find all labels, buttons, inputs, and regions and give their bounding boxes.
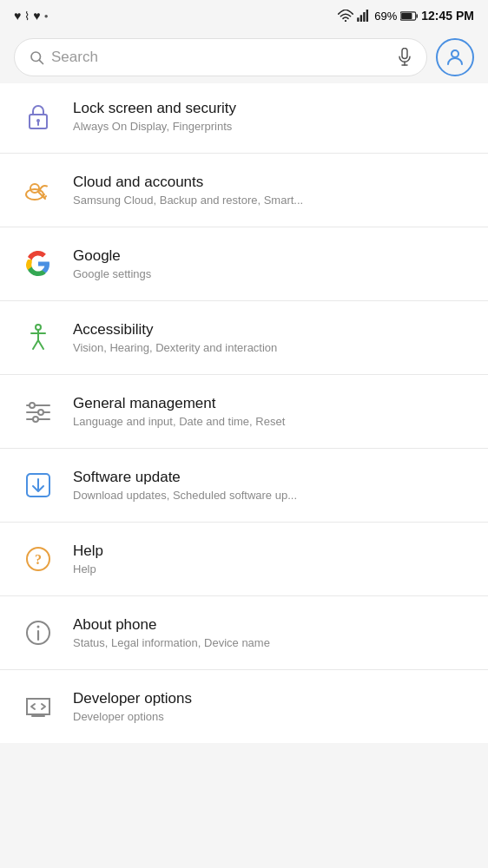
svg-rect-10	[402, 49, 407, 59]
status-right-icons: 69% 12:45 PM	[338, 9, 474, 23]
activity-icon: ⌇	[24, 10, 30, 23]
about-phone-title: About phone	[73, 616, 471, 634]
cloud-accounts-title: Cloud and accounts	[73, 174, 471, 191]
lock-screen-text: Lock screen and security Always On Displ…	[73, 100, 471, 133]
about-phone-subtitle: Status, Legal information, Device name	[73, 636, 471, 649]
svg-rect-1	[357, 17, 359, 22]
about-phone-icon	[17, 612, 59, 654]
general-management-icon	[17, 391, 59, 432]
developer-options-title: Developer options	[73, 690, 471, 707]
svg-line-25	[33, 340, 38, 349]
heart-icon: ♥	[14, 9, 21, 23]
svg-point-0	[345, 20, 346, 22]
svg-rect-2	[360, 15, 362, 22]
heart2-icon: ♥	[33, 9, 40, 23]
cloud-accounts-subtitle: Samsung Cloud, Backup and restore, Smart…	[73, 194, 471, 207]
mic-icon[interactable]	[397, 48, 412, 67]
settings-item-developer-options[interactable]: Developer options Developer options	[0, 670, 488, 743]
software-update-icon	[17, 464, 59, 506]
dot-icon: ●	[44, 12, 49, 20]
help-subtitle: Help	[73, 562, 471, 575]
about-phone-text: About phone Status, Legal information, D…	[73, 616, 471, 649]
general-management-text: General management Language and input, D…	[73, 395, 471, 428]
svg-point-32	[33, 417, 38, 422]
battery-percentage: 69%	[374, 10, 397, 23]
google-subtitle: Google settings	[73, 267, 471, 280]
accessibility-title: Accessibility	[73, 321, 471, 339]
settings-item-software-update[interactable]: Software update Download updates, Schedu…	[0, 449, 488, 523]
accessibility-subtitle: Vision, Hearing, Dexterity and interacti…	[73, 341, 471, 354]
developer-options-subtitle: Developer options	[73, 710, 471, 723]
svg-point-38	[37, 626, 40, 628]
settings-item-general-management[interactable]: General management Language and input, D…	[0, 375, 488, 449]
search-bar-area: Search	[0, 31, 488, 83]
help-title: Help	[73, 542, 471, 560]
svg-point-13	[452, 50, 458, 57]
battery-icon	[400, 10, 418, 22]
search-input-bar[interactable]: Search	[14, 38, 427, 76]
svg-point-30	[38, 410, 43, 415]
settings-item-google[interactable]: Google Google settings	[0, 227, 488, 301]
lock-screen-icon	[17, 95, 59, 137]
svg-rect-4	[366, 10, 368, 22]
svg-line-9	[39, 60, 43, 63]
svg-text:?: ?	[35, 552, 42, 567]
svg-rect-6	[401, 13, 412, 19]
search-placeholder: Search	[51, 49, 390, 66]
lock-screen-subtitle: Always On Display, Fingerprints	[73, 120, 471, 133]
signal-icon	[357, 10, 371, 22]
person-icon	[445, 47, 465, 68]
general-management-title: General management	[73, 395, 471, 412]
developer-options-icon	[17, 686, 59, 727]
google-icon	[17, 243, 59, 285]
software-update-title: Software update	[73, 469, 471, 486]
software-update-subtitle: Download updates, Scheduled software up.…	[73, 489, 471, 502]
settings-item-about-phone[interactable]: About phone Status, Legal information, D…	[0, 596, 488, 670]
settings-item-lock-screen[interactable]: Lock screen and security Always On Displ…	[0, 83, 488, 154]
svg-line-20	[43, 194, 44, 196]
svg-line-26	[38, 340, 43, 349]
lock-screen-title: Lock screen and security	[73, 100, 471, 117]
general-management-subtitle: Language and input, Date and time, Reset	[73, 415, 471, 428]
settings-item-help[interactable]: ? Help Help	[0, 523, 488, 596]
svg-rect-7	[417, 14, 419, 18]
accessibility-text: Accessibility Vision, Hearing, Dexterity…	[73, 321, 471, 354]
svg-line-21	[44, 196, 46, 198]
status-left-icons: ♥ ⌇ ♥ ●	[14, 9, 48, 23]
software-update-text: Software update Download updates, Schedu…	[73, 469, 471, 502]
settings-item-cloud-accounts[interactable]: Cloud and accounts Samsung Cloud, Backup…	[0, 154, 488, 227]
status-bar: ♥ ⌇ ♥ ● 69% 12:45 PM	[0, 0, 488, 31]
svg-point-28	[30, 403, 35, 408]
accessibility-icon	[17, 317, 59, 358]
settings-item-accessibility[interactable]: Accessibility Vision, Hearing, Dexterity…	[0, 301, 488, 375]
cloud-accounts-icon	[17, 169, 59, 211]
time-display: 12:45 PM	[421, 9, 474, 23]
google-title: Google	[73, 247, 471, 265]
cloud-accounts-text: Cloud and accounts Samsung Cloud, Backup…	[73, 174, 471, 207]
settings-list: Lock screen and security Always On Displ…	[0, 83, 488, 743]
wifi-icon	[338, 10, 353, 22]
search-icon	[29, 49, 44, 65]
svg-rect-3	[363, 12, 365, 22]
developer-options-text: Developer options Developer options	[73, 690, 471, 723]
profile-avatar-button[interactable]	[436, 38, 474, 76]
help-text: Help Help	[73, 542, 471, 575]
google-text: Google Google settings	[73, 247, 471, 280]
help-icon: ?	[17, 538, 59, 580]
